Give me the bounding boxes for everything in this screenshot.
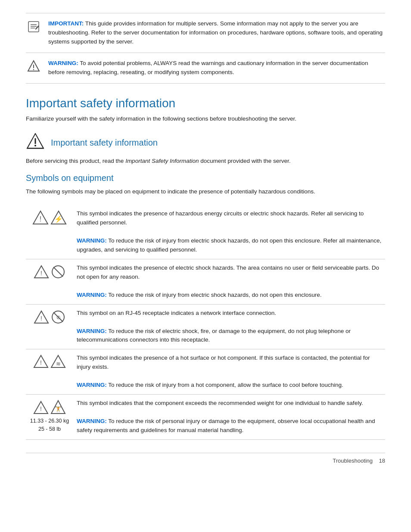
svg-text:!: ! (40, 359, 42, 366)
symbol-row-4: ! ≋ This symbol indicates the presence o… (26, 349, 385, 395)
subsection-safety-header: Important safety information (26, 132, 385, 153)
main-section-title: Important safety information (26, 96, 385, 110)
footer: Troubleshooting 18 (26, 453, 385, 464)
svg-text:⚡: ⚡ (54, 215, 63, 223)
symbol-row-2: ! This symbol indicates the presence of … (26, 259, 385, 304)
warning-notice: WARNING: To avoid potential problems, AL… (26, 53, 385, 84)
svg-text:!: ! (40, 270, 42, 277)
symbol-text-1: This symbol indicates the presence of ha… (73, 205, 385, 259)
symbols-title: Symbols on equipment (26, 173, 385, 183)
symbols-intro: The following symbols may be placed on e… (26, 187, 385, 196)
subsection-safety-title: Important safety information (51, 138, 158, 148)
subsection-symbols: Symbols on equipment The following symbo… (26, 173, 385, 439)
note-icon (26, 20, 41, 36)
subsection-safety: Important safety information Before serv… (26, 132, 385, 166)
symbol-text-2: This symbol indicates the presence of el… (73, 259, 385, 304)
svg-line-19 (53, 267, 63, 277)
symbol-row-1: ! ⚡ This symbol indicates the presence o… (26, 205, 385, 259)
warning-notice-text: WARNING: To avoid potential problems, AL… (48, 59, 385, 77)
svg-text:≋: ≋ (56, 361, 61, 367)
subsection-safety-body: Before servicing this product, read the … (26, 157, 385, 166)
important-label: IMPORTANT: (48, 20, 84, 27)
symbol-row-3: ! ✆ This symbol on an RJ-45 receptacle i… (26, 304, 385, 349)
symbol-text-3: This symbol on an RJ-45 receptacle indic… (73, 304, 385, 349)
safety-warning-icon (26, 132, 45, 153)
svg-text:🏋: 🏋 (55, 405, 62, 413)
symbol-icon-1: ! ⚡ (26, 205, 73, 259)
symbol-row-5: ! 🏋 11.33 - 26.30 kg 25 - 58 lb This sym… (26, 395, 385, 440)
symbols-table: ! ⚡ This symbol indicates the presence o… (26, 205, 385, 439)
weight-label: 11.33 - 26.30 kg 25 - 58 lb (29, 417, 70, 433)
svg-text:✆: ✆ (56, 315, 60, 320)
svg-point-7 (33, 69, 34, 70)
important-body: This guide provides information for mult… (48, 20, 383, 45)
important-notice: IMPORTANT: This guide provides informati… (26, 13, 385, 53)
symbol-icon-5: ! 🏋 11.33 - 26.30 kg 25 - 58 lb (26, 395, 73, 440)
footer-text: Troubleshooting 18 (333, 457, 385, 464)
symbol-icon-4: ! ≋ (26, 349, 73, 395)
svg-text:!: ! (40, 315, 42, 322)
important-notice-text: IMPORTANT: This guide provides informati… (48, 19, 385, 47)
svg-text:!: ! (40, 405, 42, 412)
symbol-text-4: This symbol indicates the presence of a … (73, 349, 385, 395)
symbol-icon-3: ! ✆ (26, 304, 73, 349)
symbol-text-5: This symbol indicates that the component… (73, 395, 385, 440)
main-section-intro: Familiarize yourself with the safety inf… (26, 115, 385, 124)
svg-text:!: ! (40, 215, 41, 223)
warning-label: WARNING: (48, 60, 78, 66)
warning-body: To avoid potential problems, ALWAYS read… (48, 60, 368, 75)
symbol-icon-2: ! (26, 259, 73, 304)
svg-point-11 (34, 145, 36, 146)
warning-icon (26, 60, 41, 75)
